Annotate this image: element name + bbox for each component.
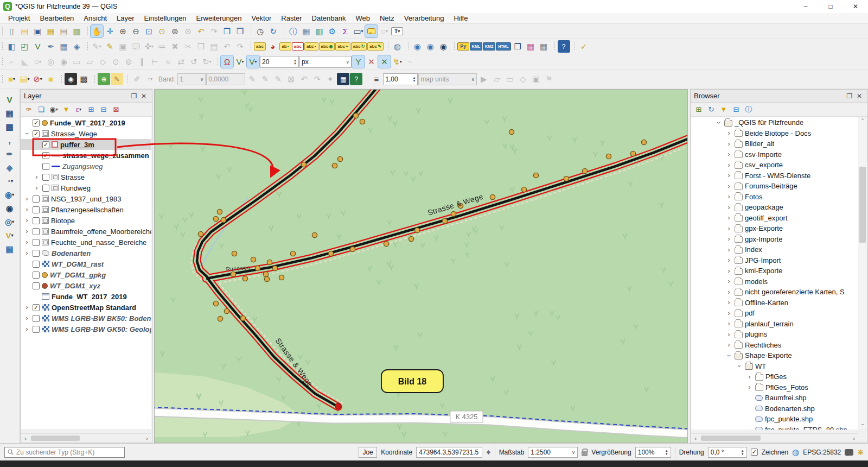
reshape-features[interactable]: ≈ xyxy=(162,55,174,68)
show-sum[interactable]: Σ xyxy=(339,25,352,37)
layer-checkbox[interactable]: ✓ xyxy=(33,304,40,311)
kml-tools[interactable]: KML xyxy=(470,42,482,51)
expander-icon[interactable]: › xyxy=(23,228,30,235)
check-geometries[interactable]: ✓ xyxy=(578,40,590,53)
browser-item[interactable]: ›gpx-Importe xyxy=(691,234,858,245)
menu-web[interactable]: Web xyxy=(350,13,375,24)
offset-curve[interactable]: ⇄ xyxy=(175,55,187,68)
layer-checkbox[interactable]: ✓ xyxy=(42,152,49,159)
extent-toggle-icon[interactable]: ⌖ xyxy=(486,447,490,457)
layer-checkbox[interactable] xyxy=(33,217,40,224)
zoom-to-selection[interactable]: ⊙ xyxy=(156,25,168,37)
expander-icon[interactable]: › xyxy=(725,150,732,158)
layer-item[interactable]: WT_DGM1_xyz xyxy=(21,280,151,291)
expander-icon[interactable]: › xyxy=(725,161,732,169)
lines-menu[interactable]: ≡ xyxy=(370,73,382,85)
layer-item[interactable]: ✓Funde_WT_2017_2019 xyxy=(21,117,151,128)
statistical-summary[interactable]: ▥ xyxy=(313,25,326,37)
processing-toolbox[interactable]: ⚙ xyxy=(326,25,339,37)
measure-line[interactable]: ▭▾ xyxy=(352,25,365,37)
band-combo[interactable]: 1∨ xyxy=(177,73,206,85)
tracing-offset[interactable]: ~ xyxy=(404,55,417,68)
deselect-features[interactable]: ⊘▾ xyxy=(31,73,44,85)
edit-label[interactable]: abc✎ xyxy=(367,42,384,51)
temporal-controller[interactable]: ◷ xyxy=(254,25,266,37)
browser-item[interactable]: ›Forst - WMS-Dienste xyxy=(691,171,858,181)
layer-checkbox[interactable] xyxy=(33,272,40,279)
expander-icon[interactable]: › xyxy=(725,341,732,349)
remove-layer[interactable]: ⊠ xyxy=(111,104,122,115)
delete-selected[interactable]: ✖ xyxy=(169,40,181,53)
layer-checkbox[interactable] xyxy=(33,239,40,246)
browser-item[interactable]: ›nicht georeferenzierte Karten, S xyxy=(691,287,858,298)
layer-item[interactable]: ›Feuchte_und_nasse_Bereiche xyxy=(21,237,151,248)
new-shapefile-layer[interactable]: V▾ xyxy=(3,229,16,242)
expander-icon[interactable]: › xyxy=(725,225,732,232)
layer-panel-hscrollbar[interactable]: ‹ › xyxy=(21,433,151,442)
scroll-right-icon[interactable]: › xyxy=(850,435,858,441)
select-by-form[interactable]: ▤▾ xyxy=(18,73,31,85)
layer-item[interactable]: ›Baumfreie_offene_Moorbereiche xyxy=(21,226,151,237)
add-delimited-text[interactable]: , xyxy=(3,134,16,147)
pin-labels[interactable]: ab• xyxy=(279,42,291,51)
add-spatialite-layer[interactable]: ✒ xyxy=(44,40,57,53)
expand-all[interactable]: ⊞ xyxy=(86,104,97,115)
layer-item[interactable]: ›✓OpenStreetMap Standard xyxy=(21,302,151,313)
expander-icon[interactable]: › xyxy=(23,206,30,213)
cad-construction-mode[interactable]: ◣ xyxy=(18,55,31,68)
minimize-button[interactable]: – xyxy=(793,0,818,13)
expander-icon[interactable]: › xyxy=(725,320,732,327)
messages-icon[interactable] xyxy=(845,449,853,456)
python-console[interactable]: Py xyxy=(457,42,469,51)
magnifier-spin[interactable]: 100%▲▼ xyxy=(635,447,671,458)
browser-item[interactable]: ›csv_exporte xyxy=(691,160,858,171)
tasks-icon[interactable]: ❋ xyxy=(857,448,864,457)
layer-checkbox[interactable] xyxy=(33,282,40,289)
expander-icon[interactable]: › xyxy=(725,310,732,317)
open-attribute-table[interactable]: ▦ xyxy=(300,25,312,37)
layout-manager[interactable]: ▥ xyxy=(71,25,83,37)
browser-item[interactable]: ›Rechtliches xyxy=(691,340,858,351)
expander-icon[interactable]: › xyxy=(746,373,753,381)
cut-features[interactable]: ✂ xyxy=(182,40,194,53)
close-panel-icon[interactable]: ✕ xyxy=(139,91,149,101)
layer-item[interactable]: ›Rundweg xyxy=(21,182,151,193)
add-virtual-layer[interactable]: ◈ xyxy=(71,40,83,53)
zoom-native[interactable]: ⊛ xyxy=(182,25,194,37)
map-canvas[interactable]: Strasse & WegeStrasse & WegeRundwegK 432… xyxy=(154,89,688,443)
topological-editing[interactable]: Y xyxy=(352,55,365,68)
refresh-map[interactable]: ↻ xyxy=(267,25,279,37)
new-project[interactable]: ▯ xyxy=(5,25,18,37)
refresh-browser[interactable]: ↻ xyxy=(706,104,717,115)
raster-wand[interactable]: ✦ xyxy=(324,73,336,85)
lock-scale-icon[interactable] xyxy=(582,451,588,456)
scroll-down-icon[interactable]: ⌄ xyxy=(859,421,866,428)
manage-map-themes[interactable]: ◉▾ xyxy=(48,104,59,115)
browser-item[interactable]: Bodenarten.shp xyxy=(691,403,858,414)
expander-icon[interactable]: › xyxy=(725,214,732,222)
text-annotation[interactable]: T▾ xyxy=(391,27,403,35)
browser-item[interactable]: ›Forums-Beiträge xyxy=(691,181,858,192)
zoom-last[interactable]: ↶ xyxy=(195,25,207,37)
browser-item[interactable]: ›Shape-Exporte xyxy=(691,350,858,361)
draw-polygon[interactable]: ✎ xyxy=(259,73,271,85)
scroll-up-icon[interactable]: ⌃ xyxy=(859,118,866,125)
layer-item[interactable]: ›NSG_1937_und_1983 xyxy=(21,193,151,204)
expander-icon[interactable]: › xyxy=(725,331,732,338)
menu-raster[interactable]: Raster xyxy=(276,13,307,24)
map-style-plugin[interactable]: ✎ xyxy=(111,73,123,85)
layer-item[interactable]: ›Biotope xyxy=(21,215,151,226)
expander-icon[interactable]: › xyxy=(23,195,30,203)
locator-search-input[interactable]: Zu suchender Typ (Strg+K) xyxy=(4,447,125,458)
add-mesh-layer[interactable]: ▦ xyxy=(58,40,70,53)
layer-checkbox[interactable] xyxy=(33,206,40,213)
layer-item[interactable]: ›WMS LGRB-BW GK50: Geologi xyxy=(21,324,151,335)
add-spatialite-layer[interactable]: ✒ xyxy=(3,148,16,160)
zoom-full[interactable]: ⊡ xyxy=(143,25,155,37)
snapping-tolerance[interactable]: 20▲▼ xyxy=(260,56,299,68)
show-bookmarks[interactable]: ❐ xyxy=(234,25,246,37)
expander-icon[interactable]: › xyxy=(746,383,753,391)
simplify-feature[interactable]: ↺ xyxy=(188,55,200,68)
browser-item[interactable]: ›_QGIS für Pilzfreunde xyxy=(691,117,858,128)
expander-icon[interactable]: › xyxy=(736,363,743,370)
